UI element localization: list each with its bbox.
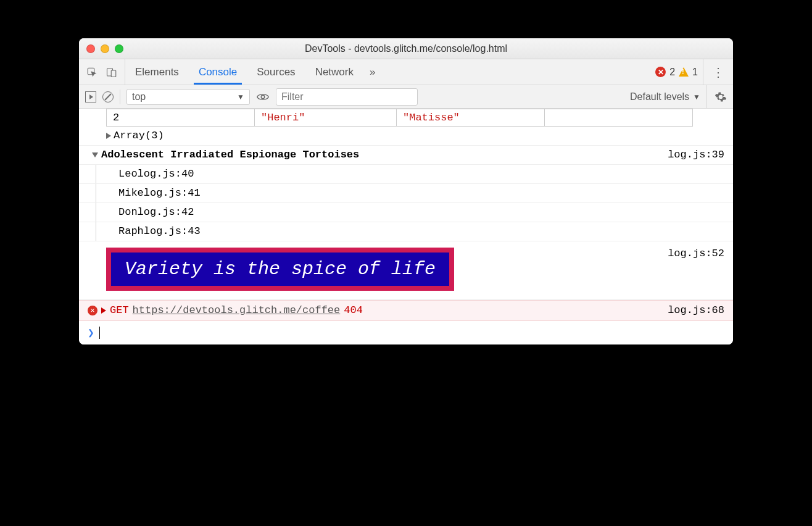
tab-elements[interactable]: Elements (125, 59, 189, 85)
log-text: Leo (118, 168, 138, 180)
expand-icon[interactable] (101, 307, 106, 314)
more-options-button[interactable]: ⋮ (703, 59, 733, 85)
gear-icon (715, 91, 727, 103)
warning-count: 1 (692, 67, 698, 78)
log-text: Don (118, 206, 138, 218)
log-group-header[interactable]: Adolescent Irradiated Espionage Tortoise… (79, 146, 733, 165)
context-selector[interactable]: top ▼ (126, 89, 250, 105)
source-link[interactable]: log.js:41 (144, 187, 201, 199)
source-link[interactable]: log.js:42 (138, 206, 194, 218)
log-entry: Leo log.js:40 (79, 165, 733, 184)
minimize-window-button[interactable] (101, 44, 109, 53)
cell-empty (545, 109, 693, 127)
http-status: 404 (344, 304, 363, 316)
live-expression-icon[interactable] (256, 90, 270, 104)
inspect-icon[interactable] (86, 67, 97, 78)
styled-log-text: Variety is the spice of life (106, 248, 454, 291)
close-window-button[interactable] (86, 44, 95, 53)
table-row[interactable]: 2 "Henri" "Matisse" (107, 109, 693, 127)
error-log-entry: ✕ GET https://devtools.glitch.me/coffee … (79, 300, 733, 321)
error-icon: ✕ (655, 67, 666, 77)
console-settings-button[interactable] (706, 85, 727, 108)
array-row[interactable]: Array(3) (79, 127, 733, 146)
devtools-window: DevTools - devtools.glitch.me/console/lo… (79, 38, 733, 344)
tab-console[interactable]: Console (189, 59, 247, 85)
expand-icon (106, 133, 111, 139)
tabs-overflow-button[interactable]: » (363, 59, 381, 85)
levels-label: Default levels (630, 91, 689, 102)
error-icon: ✕ (88, 306, 97, 315)
cell-first: "Henri" (255, 109, 397, 127)
array-label: Array(3) (114, 130, 164, 141)
zoom-window-button[interactable] (115, 44, 123, 53)
console-table: 2 "Henri" "Matisse" (106, 109, 693, 127)
filter-input[interactable] (276, 88, 418, 106)
prompt-caret-icon: ❯ (88, 326, 94, 340)
http-method: GET (110, 304, 129, 316)
source-link[interactable]: log.js:40 (138, 168, 194, 180)
text-cursor (99, 327, 100, 339)
log-entry: Raph log.js:43 (79, 222, 733, 241)
clear-console-icon[interactable] (102, 91, 114, 102)
context-value: top (132, 91, 146, 102)
console-output: 2 "Henri" "Matisse" Array(3) Adolescent … (79, 109, 733, 344)
window-title: DevTools - devtools.glitch.me/console/lo… (79, 43, 733, 54)
chevron-down-icon: ▼ (693, 93, 700, 101)
devtools-tabbar: Elements Console Sources Network » ✕ 2 1… (79, 59, 733, 85)
source-link[interactable]: log.js:39 (668, 149, 724, 161)
device-toggle-icon[interactable] (106, 67, 117, 78)
group-title: Adolescent Irradiated Espionage Tortoise… (101, 149, 359, 161)
sidebar-toggle-icon[interactable] (85, 91, 96, 102)
styled-log-entry: Variety is the spice of life log.js:52 (79, 241, 733, 300)
log-text: Raph (118, 225, 144, 237)
source-link[interactable]: log.js:43 (144, 225, 201, 237)
window-titlebar: DevTools - devtools.glitch.me/console/lo… (79, 38, 733, 59)
svg-point-3 (261, 95, 265, 99)
source-link[interactable]: log.js:52 (668, 248, 724, 259)
log-entry: Mike log.js:41 (79, 184, 733, 203)
warning-icon (679, 67, 689, 77)
log-levels-selector[interactable]: Default levels ▼ (630, 91, 700, 102)
svg-rect-2 (111, 70, 116, 77)
console-prompt[interactable]: ❯ (79, 321, 733, 344)
log-text: Mike (118, 187, 144, 199)
console-filterbar: top ▼ Default levels ▼ (79, 85, 733, 109)
log-entry: Don log.js:42 (79, 203, 733, 222)
tab-network[interactable]: Network (305, 59, 363, 85)
cell-index: 2 (107, 109, 255, 127)
issue-counts[interactable]: ✕ 2 1 (650, 67, 703, 78)
window-controls (86, 44, 123, 53)
error-url[interactable]: https://devtools.glitch.me/coffee (133, 304, 341, 316)
error-count: 2 (669, 67, 675, 78)
source-link[interactable]: log.js:68 (668, 304, 724, 316)
chevron-down-icon: ▼ (237, 93, 244, 101)
cell-last: "Matisse" (397, 109, 545, 127)
tab-sources[interactable]: Sources (247, 59, 305, 85)
collapse-icon (92, 152, 98, 157)
